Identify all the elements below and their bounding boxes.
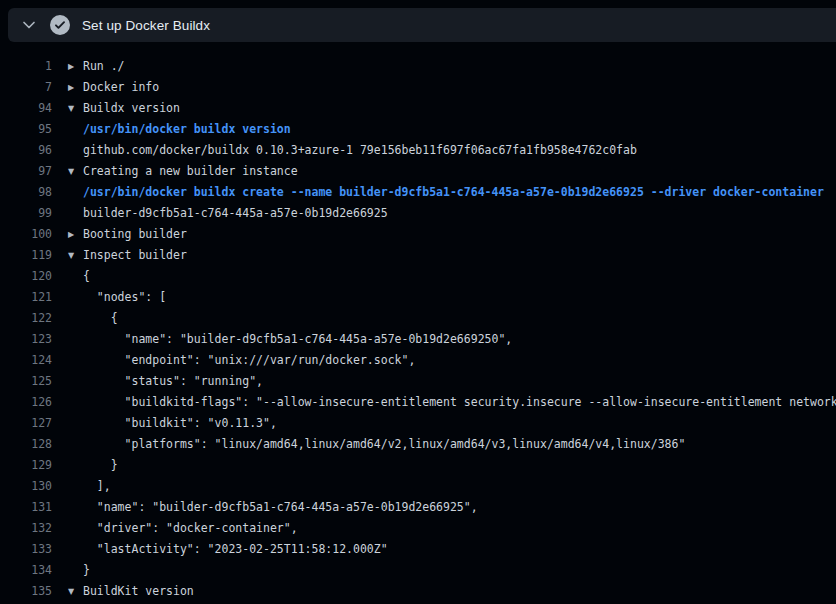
log-line-content: "name": "builder-d9cfb5a1-c764-445a-a57e… [68,497,478,518]
log-line-content[interactable]: ▼ BuildKit version [68,581,194,602]
log-area: 1 ▶ Run ./ 7 ▶ Docker info 94 ▼ Buildx v… [0,56,836,604]
group-arrow-icon: ▼ [68,98,78,119]
line-number[interactable]: 94 [0,98,52,119]
log-line: 99 builder-d9cfb5a1-c764-445a-a57e-0b19d… [0,203,836,224]
line-number[interactable]: 98 [0,182,52,203]
line-number[interactable]: 99 [0,203,52,224]
log-line-content[interactable]: ▶ Docker info [68,77,159,98]
line-number[interactable]: 120 [0,266,52,287]
group-label: Booting builder [83,224,187,245]
log-line: 132 "driver": "docker-container", [0,518,836,539]
line-number[interactable]: 125 [0,371,52,392]
step-title: Set up Docker Buildx [82,18,210,33]
log-line: 123 "name": "builder-d9cfb5a1-c764-445a-… [0,329,836,350]
chevron-down-icon[interactable] [21,17,37,33]
group-label: BuildKit version [83,581,194,602]
step-header[interactable]: Set up Docker Buildx [8,8,836,42]
log-line-content: { [68,266,90,287]
log-line-content[interactable]: ▶ Run ./ [68,56,125,77]
line-number[interactable]: 124 [0,350,52,371]
line-number[interactable]: 135 [0,581,52,602]
group-arrow-icon: ▶ [68,224,78,245]
log-viewer: Set up Docker Buildx 1 ▶ Run ./ 7 ▶ Dock… [0,8,836,604]
line-number[interactable]: 127 [0,413,52,434]
log-line-content: /usr/bin/docker buildx version [68,119,291,140]
line-number[interactable]: 100 [0,224,52,245]
log-line: 94 ▼ Buildx version [0,98,836,119]
line-number[interactable]: 134 [0,560,52,581]
line-number[interactable]: 129 [0,455,52,476]
log-line-content: { [68,308,118,329]
log-line-content: github.com/docker/buildx 0.10.3+azure-1 … [68,140,637,161]
line-number[interactable]: 7 [0,77,52,98]
line-number[interactable]: 132 [0,518,52,539]
line-number[interactable]: 1 [0,56,52,77]
group-arrow-icon: ▶ [68,77,78,98]
log-line: 131 "name": "builder-d9cfb5a1-c764-445a-… [0,497,836,518]
log-line: 1 ▶ Run ./ [0,56,836,77]
log-line: 125 "status": "running", [0,371,836,392]
log-line: 121 "nodes": [ [0,287,836,308]
log-line: 97 ▼ Creating a new builder instance [0,161,836,182]
log-line-content: "nodes": [ [68,287,166,308]
log-line: 96 github.com/docker/buildx 0.10.3+azure… [0,140,836,161]
log-line: 100 ▶ Booting builder [0,224,836,245]
log-line-content[interactable]: ▼ Creating a new builder instance [68,161,298,182]
check-circle-icon [50,15,70,35]
line-number[interactable]: 130 [0,476,52,497]
group-label: Inspect builder [83,245,187,266]
group-label: Docker info [83,77,159,98]
line-number[interactable]: 119 [0,245,52,266]
log-line-content: "name": "builder-d9cfb5a1-c764-445a-a57e… [68,329,512,350]
log-line-content[interactable]: ▶ Booting builder [68,224,187,245]
group-arrow-icon: ▼ [68,581,78,602]
log-line: 120 { [0,266,836,287]
log-line-content: /usr/bin/docker buildx create --name bui… [68,182,824,203]
log-line: 126 "buildkitd-flags": "--allow-insecure… [0,392,836,413]
log-line: 122 { [0,308,836,329]
log-line: 134 } [0,560,836,581]
log-line-content: ], [68,476,111,497]
line-number[interactable]: 95 [0,119,52,140]
log-line: 133 "lastActivity": "2023-02-25T11:58:12… [0,539,836,560]
group-arrow-icon: ▶ [68,56,78,77]
line-number[interactable]: 128 [0,434,52,455]
group-label: Run ./ [83,56,125,77]
log-line: 135 ▼ BuildKit version [0,581,836,602]
log-line: 119 ▼ Inspect builder [0,245,836,266]
log-line-content: builder-d9cfb5a1-c764-445a-a57e-0b19d2e6… [68,203,388,224]
log-line-content: "buildkit": "v0.11.3", [68,413,277,434]
line-number[interactable]: 131 [0,497,52,518]
log-line: 7 ▶ Docker info [0,77,836,98]
line-number[interactable]: 126 [0,392,52,413]
group-arrow-icon: ▼ [68,161,78,182]
line-number[interactable]: 123 [0,329,52,350]
log-line: 98 /usr/bin/docker buildx create --name … [0,182,836,203]
log-line: 130 ], [0,476,836,497]
line-number[interactable]: 97 [0,161,52,182]
log-line-content: "endpoint": "unix:///var/run/docker.sock… [68,350,415,371]
log-line-content: "driver": "docker-container", [68,518,298,539]
group-label: Creating a new builder instance [83,161,298,182]
line-number[interactable]: 133 [0,539,52,560]
log-line-content: } [68,455,118,476]
log-line: 124 "endpoint": "unix:///var/run/docker.… [0,350,836,371]
log-line-content[interactable]: ▼ Inspect builder [68,245,187,266]
group-arrow-icon: ▼ [68,245,78,266]
log-line-content: "status": "running", [68,371,263,392]
log-line-content[interactable]: ▼ Buildx version [68,98,180,119]
log-line-content: "lastActivity": "2023-02-25T11:58:12.000… [68,539,388,560]
log-line-content: } [68,560,90,581]
line-number[interactable]: 122 [0,308,52,329]
log-line-content: "buildkitd-flags": "--allow-insecure-ent… [68,392,836,413]
line-number[interactable]: 121 [0,287,52,308]
log-line: 127 "buildkit": "v0.11.3", [0,413,836,434]
log-line: 129 } [0,455,836,476]
line-number[interactable]: 96 [0,140,52,161]
log-line: 95 /usr/bin/docker buildx version [0,119,836,140]
log-line-content: "platforms": "linux/amd64,linux/amd64/v2… [68,434,685,455]
group-label: Buildx version [83,98,180,119]
log-line: 128 "platforms": "linux/amd64,linux/amd6… [0,434,836,455]
